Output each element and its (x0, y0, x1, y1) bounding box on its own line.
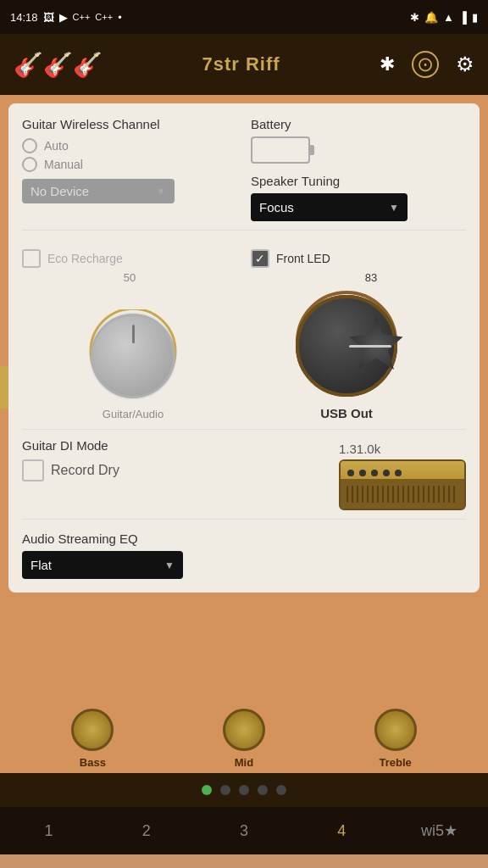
speaker-tuning-dropdown[interactable]: Focus ▼ (251, 193, 408, 221)
nav-item-1[interactable]: 1 (0, 822, 97, 840)
device-chevron-icon: ▼ (156, 186, 166, 198)
treble-knob-item: Treble (374, 709, 417, 770)
eco-row: Eco Recharge (22, 249, 237, 268)
record-dry-label: Record Dry (51, 463, 119, 478)
eco-label: Eco Recharge (47, 252, 123, 265)
radio-auto[interactable]: Auto (22, 138, 237, 153)
guitar-audio-knob[interactable] (91, 314, 175, 398)
profile-icon[interactable]: ⊙ (412, 51, 439, 78)
usb-out-label: USB Out (291, 406, 402, 420)
nav-label-3: 3 (240, 822, 248, 839)
wireless-section: Guitar Wireless Channel Auto Manual No D… (22, 117, 237, 203)
led-value: 83 (276, 271, 466, 284)
radio-manual-label: Manual (44, 158, 83, 171)
eq-chevron-icon: ▼ (164, 559, 175, 571)
wifi-icon: ▲ (443, 11, 454, 24)
rate-value: 1.31.0k (339, 442, 466, 456)
led-label: Front LED (276, 252, 330, 265)
speaker-tuning-section: Speaker Tuning Focus ▼ (251, 174, 466, 221)
mid-label: Mid (235, 756, 253, 769)
page-dots (0, 773, 488, 807)
usb-knob-wrap[interactable] (291, 291, 402, 401)
di-label: Guitar DI Mode (22, 438, 119, 453)
eq-value: Flat (30, 558, 52, 572)
bluetooth-icon[interactable]: ✱ (380, 53, 395, 75)
image-icon: 🖼 (43, 11, 54, 24)
dot-1[interactable] (202, 785, 212, 795)
status-bar: 14:18 🖼 ▶ C++ C++ • ✱ 🔔 ▲ ▐ ▮ (0, 0, 488, 34)
di-row: Guitar DI Mode Record Dry 1.31.0k (22, 438, 466, 510)
speaker-tuning-chevron-icon: ▼ (389, 202, 399, 214)
usb-out-knob[interactable] (296, 295, 397, 397)
dot-icon: • (118, 11, 122, 24)
amp-knob-2 (359, 470, 366, 476)
nav-item-3[interactable]: 3 (195, 822, 292, 840)
bottom-nav: 1 2 3 4 wi5★ (0, 807, 488, 854)
header-icons: ✱ ⊙ ⚙ (380, 51, 474, 78)
eq-dropdown[interactable]: Flat ▼ (22, 551, 183, 579)
bass-label: Bass (80, 756, 106, 769)
cpp2-icon: C++ (95, 12, 113, 22)
radio-manual-circle (22, 157, 37, 172)
nav-item-2[interactable]: 2 (97, 822, 195, 840)
di-left: Guitar DI Mode Record Dry (22, 438, 119, 481)
dot-2[interactable] (220, 785, 230, 795)
amp-grille-lines (347, 486, 458, 503)
header: 🎸🎸🎸 7str Riff ✱ ⊙ ⚙ (0, 34, 488, 95)
bass-knob[interactable] (71, 709, 114, 751)
device-dropdown[interactable]: No Device ▼ (22, 179, 175, 203)
treble-label: Treble (379, 756, 411, 769)
eco-checkbox[interactable] (22, 249, 41, 268)
youtube-icon: ▶ (59, 11, 68, 24)
status-left: 14:18 🖼 ▶ C++ C++ • (10, 11, 122, 24)
record-checkbox[interactable] (22, 459, 44, 481)
device-dropdown-value: No Device (30, 184, 89, 198)
amp-knob-4 (383, 470, 390, 476)
usb-out-knob-container: USB Out (291, 291, 402, 420)
led-row: ✓ Front LED (251, 249, 466, 268)
radio-manual[interactable]: Manual (22, 157, 237, 172)
battery-icon (251, 136, 310, 164)
radio-group: Auto Manual (22, 138, 237, 172)
divider-2 (22, 429, 466, 430)
amp-image (339, 459, 466, 510)
speaker-tuning-label: Speaker Tuning (251, 174, 466, 188)
time: 14:18 (10, 11, 38, 24)
divider-1 (22, 230, 466, 231)
radio-auto-label: Auto (44, 139, 69, 153)
bass-knob-item: Bass (71, 709, 114, 770)
di-right: 1.31.0k (339, 438, 466, 510)
battery-label: Battery (251, 117, 466, 131)
guitar-knob-wrap[interactable] (86, 309, 180, 403)
eco-led-row: Eco Recharge 50 ✓ Front LED 83 (22, 239, 466, 284)
amp-knob-1 (347, 470, 354, 476)
eco-value: 50 (22, 271, 237, 284)
battery-status-icon: ▮ (472, 11, 478, 24)
mid-knob[interactable] (223, 709, 265, 751)
guitar-audio-knob-container: Guitar/Audio (86, 309, 180, 420)
status-right: ✱ 🔔 ▲ ▐ ▮ (410, 11, 478, 24)
nav-item-wi5[interactable]: wi5★ (391, 821, 488, 840)
usb-indicator-line (349, 345, 391, 348)
mid-knob-item: Mid (223, 709, 265, 770)
settings-panel: Guitar Wireless Channel Auto Manual No D… (8, 103, 480, 593)
cpp-icon: C++ (73, 12, 91, 22)
nav-item-4[interactable]: 4 (293, 822, 391, 840)
dot-3[interactable] (239, 785, 249, 795)
dot-5[interactable] (276, 785, 286, 795)
record-row: Record Dry (22, 459, 119, 481)
bell-mute-icon: 🔔 (424, 11, 438, 24)
amp-knob-5 (395, 470, 402, 476)
guitar-audio-label: Guitar/Audio (86, 408, 180, 420)
bottom-knobs-area: Bass Mid Treble (0, 705, 488, 773)
eco-section: Eco Recharge 50 (22, 239, 237, 284)
led-checkbox[interactable]: ✓ (251, 249, 269, 268)
settings-icon[interactable]: ⚙ (456, 53, 474, 76)
guitar-logo-icon: 🎸🎸🎸 (14, 51, 103, 79)
dot-4[interactable] (258, 785, 268, 795)
treble-knob[interactable] (374, 709, 417, 751)
header-title: 7str Riff (202, 53, 280, 75)
speaker-tuning-value: Focus (259, 200, 294, 214)
knob-indicator (132, 325, 135, 340)
wireless-battery-row: Guitar Wireless Channel Auto Manual No D… (22, 117, 466, 221)
